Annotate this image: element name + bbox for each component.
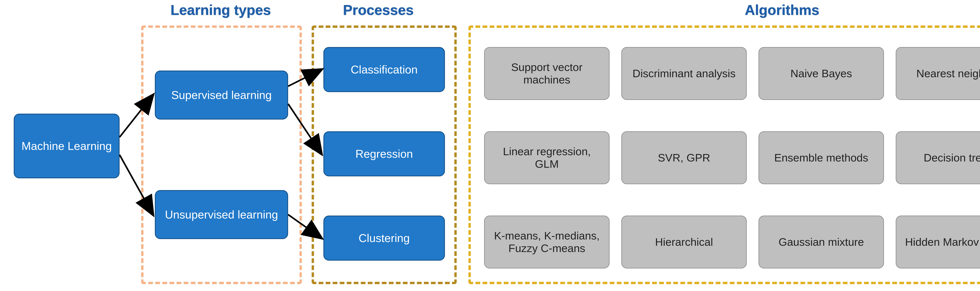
node-clustering: Clustering xyxy=(323,216,445,261)
node-regression: Regression xyxy=(323,131,445,177)
algo-classification-1: Discriminant analysis xyxy=(621,47,747,100)
algo-clustering-0: K-means, K-medians, Fuzzy C-means xyxy=(484,216,609,269)
node-unsupervised-learning: Unsupervised learning xyxy=(155,190,288,239)
algo-regression-0: Linear regression, GLM xyxy=(484,131,609,184)
algo-classification-3: Nearest neighbor xyxy=(896,47,980,100)
algo-clustering-1: Hierarchical xyxy=(621,216,747,269)
algo-classification-0: Support vector machines xyxy=(484,47,609,100)
algo-regression-3: Decision trees xyxy=(896,131,980,184)
algo-clustering-2: Gaussian mixture xyxy=(759,216,884,269)
header-learning-types: Learning types xyxy=(170,2,271,18)
node-supervised-learning: Supervised learning xyxy=(155,70,288,119)
node-classification: Classification xyxy=(323,47,445,92)
frame-learning-types xyxy=(141,25,302,284)
algo-regression-2: Ensemble methods xyxy=(759,131,884,184)
header-processes: Processes xyxy=(343,2,414,18)
algo-regression-1: SVR, GPR xyxy=(621,131,747,184)
algo-classification-2: Naive Bayes xyxy=(759,47,884,100)
header-algorithms: Algorithms xyxy=(745,2,819,18)
node-machine-learning: Machine Learning xyxy=(14,114,119,178)
algo-clustering-3: Hidden Markov model xyxy=(896,216,980,269)
